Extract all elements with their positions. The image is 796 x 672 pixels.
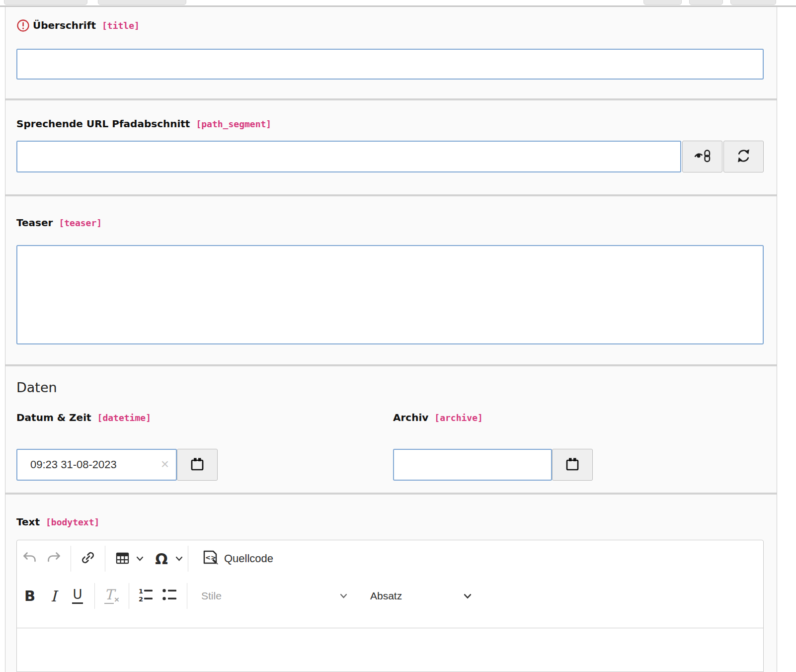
chevron-down-icon xyxy=(340,593,347,598)
teaser-label: Teaser xyxy=(16,216,53,230)
path-segment-fieldname: [path_segment] xyxy=(196,117,271,131)
section-title: Überschrift [title] xyxy=(5,7,777,100)
archive-label: Archiv xyxy=(393,411,428,424)
chevron-down-icon[interactable] xyxy=(175,556,183,561)
bodytext-label: Text xyxy=(16,515,40,529)
clear-datetime-button[interactable]: × xyxy=(161,457,169,471)
toolbar-row-2: B I U T× xyxy=(17,577,763,615)
chevron-down-icon[interactable] xyxy=(136,556,144,561)
source-code-icon: <> xyxy=(201,548,219,569)
title-label-row: Überschrift [title] xyxy=(16,19,764,32)
table-icon xyxy=(115,550,130,568)
eye-link-icon xyxy=(694,148,712,166)
redo-button[interactable] xyxy=(43,545,65,573)
toolbar-separator xyxy=(71,546,71,572)
teaser-label-row: Teaser [teaser] xyxy=(16,216,764,230)
undo-button[interactable] xyxy=(19,545,41,573)
chevron-down-icon xyxy=(464,593,472,599)
tab-stub[interactable] xyxy=(4,0,87,5)
datetime-input-group: × xyxy=(16,449,764,481)
datetime-label: Datum & Zeit xyxy=(16,411,91,424)
title-input[interactable] xyxy=(16,49,764,80)
styles-dropdown[interactable]: Stile xyxy=(195,582,353,610)
special-characters-button[interactable]: Ω xyxy=(151,545,172,573)
numbered-list-icon: 1 2 xyxy=(138,587,155,605)
tab-stub[interactable] xyxy=(98,0,186,5)
datetime-input[interactable] xyxy=(16,449,177,481)
title-label: Überschrift xyxy=(33,19,96,32)
paragraph-format-label: Absatz xyxy=(370,590,402,602)
path-segment-label-row: Sprechende URL Pfadabschnitt [path_segme… xyxy=(16,117,764,131)
archive-input-group xyxy=(393,449,593,481)
bold-icon: B xyxy=(24,588,35,604)
archive-input[interactable] xyxy=(393,449,552,481)
teaser-fieldname: [teaser] xyxy=(59,216,102,230)
required-warning-icon xyxy=(16,19,30,32)
toolbar-separator xyxy=(105,546,105,572)
paragraph-format-dropdown[interactable]: Absatz xyxy=(364,582,478,610)
numbered-list-button[interactable]: 1 2 xyxy=(135,582,157,610)
daten-heading: Daten xyxy=(16,379,764,396)
archive-calendar-button[interactable] xyxy=(552,449,593,481)
form-panel: Überschrift [title] Sprechende URL Pfada… xyxy=(5,7,777,672)
datetime-label-row: Datum & Zeit [datetime] xyxy=(16,411,764,424)
section-bodytext: Text [bodytext] xyxy=(5,495,777,672)
path-segment-label: Sprechende URL Pfadabschnitt xyxy=(16,117,190,131)
underline-icon: U xyxy=(72,588,82,603)
slug-recalculate-button[interactable] xyxy=(723,141,764,172)
bold-button[interactable]: B xyxy=(19,582,41,610)
svg-text:2: 2 xyxy=(139,595,143,603)
toolbar-separator xyxy=(94,583,95,609)
bodytext-label-row: Text [bodytext] xyxy=(16,515,764,529)
editor-content-area[interactable] xyxy=(17,628,763,672)
section-daten: Daten Datum & Zeit [datetime] × xyxy=(5,366,777,495)
bullet-list-button[interactable] xyxy=(159,582,181,610)
datetime-fieldname: [datetime] xyxy=(97,411,151,424)
remove-format-icon: T× xyxy=(104,588,119,604)
archive-label-row: Archiv [archive] xyxy=(393,411,593,424)
bullet-list-icon xyxy=(161,587,178,605)
record-edit-form: Überschrift [title] Sprechende URL Pfada… xyxy=(0,0,796,672)
link-icon xyxy=(80,550,96,568)
redo-icon xyxy=(46,550,62,568)
datetime-calendar-button[interactable] xyxy=(177,449,218,481)
archive-fieldname: [archive] xyxy=(434,411,483,424)
undo-icon xyxy=(22,550,38,568)
path-segment-input-group xyxy=(16,141,764,172)
underline-button[interactable]: U xyxy=(67,582,88,610)
datetime-input-wrap: × xyxy=(16,449,177,481)
italic-icon: I xyxy=(51,588,57,605)
toolbar-row-1: Ω <> xyxy=(17,540,763,577)
toolbar-separator xyxy=(188,546,188,572)
path-segment-input[interactable] xyxy=(16,141,681,172)
toolbar-separator xyxy=(129,583,129,609)
svg-text:1: 1 xyxy=(139,588,143,595)
bodytext-fieldname: [bodytext] xyxy=(46,515,99,529)
slug-preview-button[interactable] xyxy=(682,141,722,172)
archive-input-wrap xyxy=(393,449,552,481)
refresh-icon xyxy=(735,148,752,166)
rich-text-editor: Ω <> xyxy=(16,540,764,672)
insert-table-button[interactable] xyxy=(111,545,133,573)
remove-format-button[interactable]: T× xyxy=(101,582,123,610)
teaser-textarea[interactable] xyxy=(16,245,764,344)
archive-column: Archiv [archive] xyxy=(393,411,593,481)
calendar-icon xyxy=(189,456,205,474)
section-teaser: Teaser [teaser] xyxy=(5,196,777,366)
tab-stub[interactable] xyxy=(689,0,723,5)
tab-stub[interactable] xyxy=(643,0,682,5)
tab-stub[interactable] xyxy=(730,0,776,5)
source-code-button[interactable]: <> Quellcode xyxy=(197,545,277,573)
link-button[interactable] xyxy=(77,545,99,573)
title-fieldname: [title] xyxy=(102,19,140,32)
calendar-icon xyxy=(564,456,580,474)
datetime-column: Datum & Zeit [datetime] × xyxy=(16,411,764,481)
omega-icon: Ω xyxy=(155,550,168,568)
section-path-segment: Sprechende URL Pfadabschnitt [path_segme… xyxy=(5,100,777,196)
editor-toolbar: Ω <> xyxy=(17,540,763,628)
styles-dropdown-label: Stile xyxy=(201,590,222,602)
daten-columns: Datum & Zeit [datetime] × xyxy=(16,411,764,481)
italic-button[interactable]: I xyxy=(43,582,65,610)
source-code-label: Quellcode xyxy=(224,552,273,565)
toolbar-separator xyxy=(187,583,187,609)
